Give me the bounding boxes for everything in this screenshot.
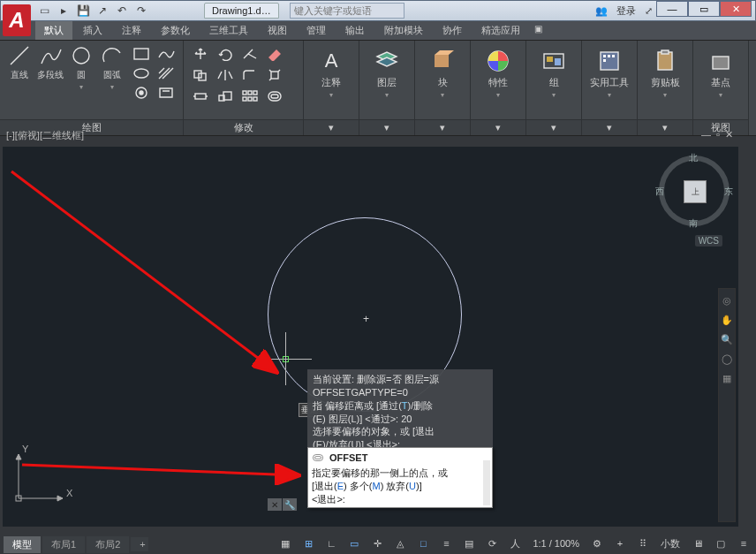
- svg-point-0: [73, 48, 89, 64]
- mirror-icon[interactable]: [214, 65, 237, 85]
- status-snap-icon[interactable]: ∟: [322, 535, 340, 551]
- arc-button[interactable]: 圆弧▾: [99, 44, 126, 91]
- svg-text:A: A: [325, 49, 338, 72]
- status-addscale-icon[interactable]: +: [611, 535, 629, 551]
- svg-rect-30: [658, 52, 672, 70]
- move-icon[interactable]: [189, 44, 212, 64]
- explode-icon[interactable]: [263, 65, 286, 85]
- status-lwt-icon[interactable]: ≡: [437, 535, 455, 551]
- svg-rect-20: [435, 55, 449, 67]
- svg-rect-28: [612, 55, 615, 57]
- vp-restore-icon[interactable]: ▫: [716, 129, 720, 140]
- add-layout-button[interactable]: +: [131, 537, 148, 551]
- status-grid-icon[interactable]: ⊞: [299, 535, 317, 551]
- status-annomon-icon[interactable]: 人: [506, 535, 524, 551]
- status-cycling-icon[interactable]: ⟳: [483, 535, 501, 551]
- svg-rect-13: [253, 91, 257, 95]
- tab-addins[interactable]: 附加模块: [375, 21, 432, 40]
- tab-manage[interactable]: 管理: [298, 21, 335, 40]
- viewport-label[interactable]: [-][俯视][二维线框]: [6, 129, 84, 142]
- basepoint-button[interactable]: 基点▾: [699, 44, 743, 99]
- svg-point-3: [140, 91, 143, 95]
- status-clean-icon[interactable]: ▢: [712, 535, 730, 551]
- minimize-button[interactable]: —: [656, 1, 688, 17]
- tab-parametric[interactable]: 参数化: [152, 21, 199, 40]
- close-button[interactable]: ✕: [720, 1, 752, 17]
- status-gear-icon[interactable]: ⚙: [588, 535, 606, 551]
- qat-open-icon[interactable]: ▸: [57, 4, 70, 17]
- svg-rect-14: [243, 97, 246, 101]
- utilities-button[interactable]: 实用工具▾: [587, 44, 631, 99]
- qat-undo-icon[interactable]: ↶: [116, 4, 128, 17]
- vp-close-icon[interactable]: ✕: [725, 129, 733, 140]
- qat-saveas-icon[interactable]: ↗: [96, 4, 109, 17]
- ellipse-icon[interactable]: [130, 64, 153, 83]
- maximize-button[interactable]: ▭: [688, 1, 720, 17]
- drawing-viewport[interactable]: + 垂足 上 北 东 南 西 WCS ◎ ✋ 🔍 ◯ ▦ 当前设置: 删除源=否…: [3, 147, 738, 527]
- exchange-icon[interactable]: ⤢: [645, 5, 653, 17]
- status-units[interactable]: 小数: [657, 537, 684, 550]
- app-logo[interactable]: A: [3, 4, 31, 36]
- block-button[interactable]: 块▾: [420, 44, 465, 99]
- rectangle-icon[interactable]: [130, 44, 153, 64]
- modify-panel-title[interactable]: 修改: [184, 119, 303, 135]
- tab-default[interactable]: 默认: [35, 21, 72, 40]
- clipboard-button[interactable]: 剪贴板▾: [643, 44, 687, 99]
- tab-view[interactable]: 视图: [259, 21, 296, 40]
- status-monitor-icon[interactable]: 🖥: [689, 535, 707, 551]
- tab-output[interactable]: 输出: [336, 21, 374, 40]
- tab-annotate[interactable]: 注释: [113, 21, 150, 40]
- circle-button[interactable]: 圆▾: [68, 44, 95, 91]
- status-model-icon[interactable]: ▦: [276, 535, 294, 551]
- ribbon-tabs: 默认 插入 注释 参数化 三维工具 视图 管理 输出 附加模块 协作 精选应用 …: [0, 21, 756, 41]
- status-ws-icon[interactable]: ⠿: [634, 535, 652, 551]
- spline-icon[interactable]: [155, 44, 178, 64]
- svg-line-36: [11, 171, 276, 372]
- tab-featured[interactable]: 精选应用: [472, 21, 529, 40]
- svg-rect-26: [603, 55, 606, 57]
- polyline-button[interactable]: 多段线: [36, 44, 64, 81]
- search-input[interactable]: [290, 3, 404, 19]
- layer-button[interactable]: 图层▾: [365, 44, 409, 99]
- copy-icon[interactable]: [189, 65, 212, 85]
- tab-model[interactable]: 模型: [4, 536, 41, 553]
- array-icon[interactable]: [238, 87, 261, 106]
- tab-layout1[interactable]: 布局1: [42, 536, 85, 553]
- vp-minimize-icon[interactable]: —: [701, 129, 711, 140]
- tab-collab[interactable]: 协作: [434, 21, 471, 40]
- group-button[interactable]: 组▾: [532, 44, 576, 99]
- hatch-icon[interactable]: [155, 64, 178, 83]
- status-transparency-icon[interactable]: ▤: [460, 535, 478, 551]
- filename-tab[interactable]: Drawing1.d…: [204, 3, 279, 19]
- status-scale[interactable]: 1:1 / 100%: [529, 538, 583, 549]
- status-iso-icon[interactable]: ◬: [391, 535, 409, 551]
- tab-insert[interactable]: 插入: [74, 21, 111, 40]
- region-icon[interactable]: [155, 83, 178, 102]
- qat-new-icon[interactable]: ▭: [38, 4, 50, 17]
- tab-layout2[interactable]: 布局2: [87, 536, 129, 553]
- line-button[interactable]: 直线: [5, 44, 33, 81]
- offset-icon[interactable]: [263, 87, 286, 106]
- trim-icon[interactable]: [238, 44, 261, 64]
- status-custom-icon[interactable]: ≡: [735, 535, 752, 551]
- rotate-icon[interactable]: [214, 44, 237, 64]
- qat-redo-icon[interactable]: ↷: [135, 4, 147, 17]
- annotate-button[interactable]: A注释▾: [309, 44, 353, 99]
- people-icon[interactable]: 👥: [595, 5, 608, 17]
- stretch-icon[interactable]: [189, 87, 212, 106]
- svg-rect-6: [199, 73, 206, 80]
- svg-rect-5: [194, 71, 201, 78]
- status-ortho-icon[interactable]: ▭: [345, 535, 363, 551]
- tab-play-icon[interactable]: ▣: [534, 24, 548, 38]
- qat-save-icon[interactable]: 💾: [77, 4, 89, 17]
- signin-link[interactable]: 登录: [616, 4, 636, 18]
- status-polar-icon[interactable]: ✛: [368, 535, 386, 551]
- properties-button[interactable]: 特性▾: [476, 44, 520, 99]
- erase-icon[interactable]: [263, 44, 286, 64]
- scale-icon[interactable]: [214, 87, 237, 106]
- status-osnap-icon[interactable]: □: [414, 535, 432, 551]
- fillet-icon[interactable]: [238, 65, 261, 85]
- point-icon[interactable]: [130, 83, 153, 102]
- tab-3dtools[interactable]: 三维工具: [200, 21, 257, 40]
- svg-rect-1: [134, 49, 148, 59]
